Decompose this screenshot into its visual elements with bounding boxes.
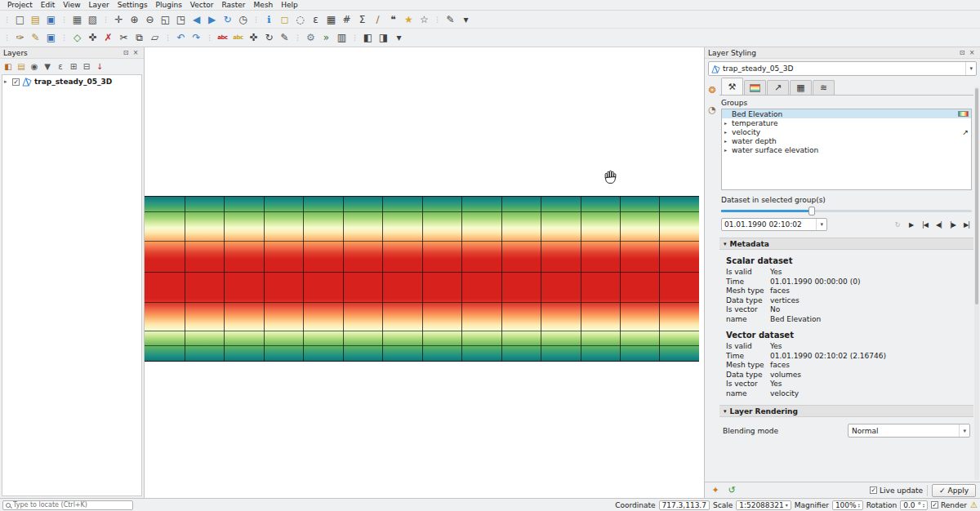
chevron-down-icon[interactable]: ▾ <box>959 424 969 437</box>
group-row[interactable]: ▸velocity↗ <box>722 127 971 136</box>
playback-prev-button[interactable]: ◀| <box>933 219 944 230</box>
close-panel-icon[interactable]: × <box>131 48 140 58</box>
float-panel-icon[interactable]: ⊡ <box>957 48 967 58</box>
add-group-button[interactable]: ▤ <box>15 60 28 73</box>
apply-button[interactable]: ✓ Apply <box>932 484 976 497</box>
change-label-button[interactable]: ✎ <box>277 30 292 46</box>
menu-layer[interactable]: Layer <box>85 1 114 9</box>
expander-icon[interactable]: ▸ <box>724 138 730 144</box>
locate-input[interactable] <box>13 501 130 509</box>
decorations-button[interactable]: ◧ <box>360 30 376 46</box>
zoom-out-button[interactable]: ⊖ <box>142 11 158 27</box>
chevron-down-icon[interactable]: ▾ <box>816 219 826 230</box>
refresh-map-button[interactable]: ↻ <box>220 11 235 27</box>
vertex-tool-button[interactable]: ✜ <box>85 30 100 46</box>
dataset-slider-handle[interactable] <box>808 207 815 216</box>
messages-button[interactable]: ⚠ <box>970 500 978 509</box>
reload-style-button[interactable]: ↺ <box>725 484 738 497</box>
text-annotation-button[interactable]: ✎ <box>443 11 458 27</box>
layer-tree-item[interactable]: ▸ ✓ trap_steady_05_3D <box>2 75 141 88</box>
zoom-in-button[interactable]: ⊕ <box>127 11 142 27</box>
statistical-summary-button[interactable]: Σ <box>354 11 370 27</box>
filter-by-expression-button[interactable]: ε <box>54 60 67 73</box>
menu-settings[interactable]: Settings <box>114 1 152 9</box>
menu-edit[interactable]: Edit <box>37 1 59 9</box>
playback-play-button[interactable]: ▶ <box>906 219 916 230</box>
toolbar-overflow-button[interactable]: ▾ <box>458 11 474 27</box>
panel-scrollbar[interactable] <box>974 87 979 480</box>
rotate-label-button[interactable]: ↻ <box>261 30 277 46</box>
zoom-last-button[interactable]: ◀ <box>189 11 204 27</box>
expander-icon[interactable]: ▸ <box>724 120 730 126</box>
python-console-button[interactable]: » <box>318 30 334 46</box>
layer-rendering-section-header[interactable]: ▾ Layer Rendering <box>719 405 973 417</box>
chevron-down-icon[interactable]: ▾ <box>965 62 976 75</box>
georeferencer-button[interactable]: ◨ <box>376 30 391 46</box>
spin-down-icon[interactable]: ▾ <box>923 505 924 508</box>
menu-mesh[interactable]: Mesh <box>250 1 278 9</box>
expander-icon[interactable]: ▸ <box>4 78 10 85</box>
tab-vectors[interactable]: ↗ <box>767 80 789 95</box>
playback-loop-button[interactable]: ↻ <box>892 219 902 230</box>
cut-features-button[interactable]: ✂ <box>116 30 131 46</box>
chevron-down-icon[interactable]: ▾ <box>786 502 788 508</box>
playback-first-button[interactable]: |◀ <box>920 219 930 230</box>
plugins-button[interactable]: ▥ <box>334 30 350 46</box>
temporal-controller-button[interactable]: ◷ <box>235 11 251 27</box>
select-by-expression-button[interactable]: ε <box>308 11 323 27</box>
pan-map-button[interactable]: ✛ <box>111 11 127 27</box>
new-project-button[interactable]: □ <box>12 11 28 27</box>
menu-vector[interactable]: Vector <box>186 1 218 9</box>
tab-rendering[interactable]: ▦ <box>790 80 812 95</box>
dataset-time-slider[interactable] <box>721 207 972 216</box>
filter-legend-button[interactable]: ▼ <box>41 60 54 73</box>
coordinate-input[interactable]: 717.3,113.7 <box>659 500 710 510</box>
group-row[interactable]: ▸water surface elevation <box>722 145 971 154</box>
tab-datasets[interactable]: ⚒ <box>721 78 743 95</box>
group-row[interactable]: ▸water depth <box>722 136 971 145</box>
measure-button[interactable]: ∕ <box>370 11 385 27</box>
magnifier-spinbox[interactable]: 100% ▴▾ <box>832 500 863 510</box>
map-canvas[interactable] <box>145 47 704 498</box>
tab-averaging[interactable]: ≋ <box>813 80 835 95</box>
save-project-button[interactable]: ▣ <box>43 11 59 27</box>
close-panel-icon[interactable]: × <box>967 48 977 58</box>
collapse-all-button[interactable]: ⊟ <box>80 60 93 73</box>
open-attribute-table-button[interactable]: ▦ <box>323 11 339 27</box>
live-update-checkbox[interactable]: ✓ <box>870 487 877 494</box>
processing-toolbox-button[interactable]: ⚙ <box>303 30 318 46</box>
menu-plugins[interactable]: Plugins <box>152 1 186 9</box>
open-layer-styling-button[interactable]: ◧ <box>2 60 15 73</box>
delete-selected-button[interactable]: ✗ <box>100 30 116 46</box>
menu-view[interactable]: View <box>59 1 84 9</box>
layer-visibility-checkbox[interactable]: ✓ <box>12 78 20 86</box>
copy-features-button[interactable]: ⧉ <box>131 30 147 46</box>
float-panel-icon[interactable]: ⊡ <box>121 48 131 58</box>
tab-contours[interactable] <box>744 80 766 95</box>
expander-icon[interactable]: ▸ <box>724 129 730 135</box>
new-print-layout-button[interactable]: ▧ <box>85 11 100 27</box>
menu-project[interactable]: Project <box>3 1 37 9</box>
zoom-full-button[interactable]: ◱ <box>158 11 173 27</box>
blending-mode-combo[interactable]: Normal ▾ <box>848 424 970 438</box>
current-edits-button[interactable]: ✑ <box>12 30 28 46</box>
group-row[interactable]: Bed Elevation <box>722 109 971 118</box>
map-tips-button[interactable]: ❝ <box>385 11 401 27</box>
move-label-button[interactable]: ✜ <box>246 30 261 46</box>
menu-raster[interactable]: Raster <box>218 1 250 9</box>
select-features-button[interactable]: ◻ <box>277 11 292 27</box>
styling-layer-selector[interactable]: trap_steady_05_3D ▾ <box>708 61 977 76</box>
open-project-button[interactable]: ▤ <box>28 11 43 27</box>
symbology-badge-icon[interactable]: ❂ <box>706 84 718 96</box>
scale-combo[interactable]: 1:52088321 ▾ <box>736 500 791 510</box>
metadata-section-header[interactable]: ▾ Metadata <box>719 238 973 250</box>
show-bookmarks-button[interactable]: ☆ <box>416 11 432 27</box>
show-layout-manager-button[interactable]: ▦ <box>69 11 85 27</box>
paste-features-button[interactable]: ▱ <box>147 30 163 46</box>
spin-down-icon[interactable]: ▾ <box>858 505 860 508</box>
group-row[interactable]: ▸temperature <box>722 118 971 127</box>
rotation-spinbox[interactable]: 0.0 ° ▴▾ <box>900 500 928 510</box>
menu-help[interactable]: Help <box>277 1 302 9</box>
expand-all-button[interactable]: ⊞ <box>67 60 80 73</box>
deselect-features-button[interactable]: ◌ <box>292 11 308 27</box>
